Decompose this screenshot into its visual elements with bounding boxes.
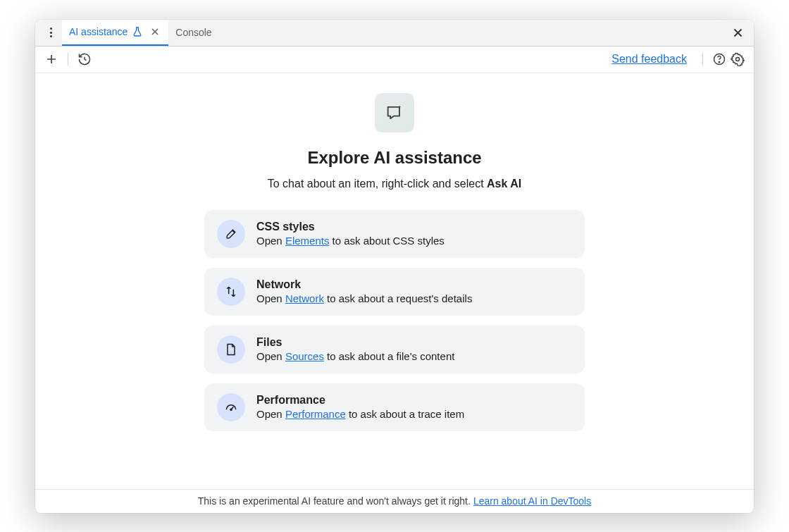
content-area: Explore AI assistance To chat about an i… <box>35 73 754 489</box>
page-title: Explore AI assistance <box>307 148 481 168</box>
help-button[interactable] <box>710 50 728 68</box>
svg-point-1 <box>719 62 719 63</box>
flask-icon <box>132 26 143 37</box>
link-sources[interactable]: Sources <box>285 350 324 362</box>
close-tab-icon[interactable] <box>149 25 161 38</box>
page-subtitle: To chat about an item, right-click and s… <box>268 178 521 190</box>
tab-ai-assistance[interactable]: AI assistance <box>62 20 168 46</box>
brush-icon <box>217 220 245 248</box>
card-title: Performance <box>256 394 464 407</box>
card-desc: Open Sources to ask about a file's conte… <box>256 350 454 362</box>
send-feedback-link[interactable]: Send feedback <box>611 53 687 66</box>
svg-point-2 <box>736 58 740 61</box>
card-desc: Open Performance to ask about a trace it… <box>256 408 464 420</box>
devtools-panel: AI assistance Console <box>35 20 754 513</box>
card-css-styles: CSS styles Open Elements to ask about CS… <box>204 210 585 258</box>
tab-label: Console <box>175 27 211 38</box>
learn-more-link[interactable]: Learn about AI in DevTools <box>473 495 591 507</box>
card-desc: Open Elements to ask about CSS styles <box>256 235 445 247</box>
history-button[interactable] <box>75 50 94 68</box>
card-title: Files <box>256 336 454 349</box>
link-elements[interactable]: Elements <box>285 235 330 247</box>
new-chat-button[interactable] <box>42 50 61 68</box>
toolbar: Send feedback <box>35 47 754 73</box>
gauge-icon <box>217 393 245 421</box>
divider <box>68 53 68 66</box>
tab-label: AI assistance <box>69 26 128 37</box>
file-icon <box>217 335 245 364</box>
card-desc: Open Network to ask about a request's de… <box>256 292 472 304</box>
card-files: Files Open Sources to ask about a file's… <box>204 326 585 373</box>
settings-button[interactable] <box>728 50 747 68</box>
divider <box>702 53 703 66</box>
close-panel-icon[interactable] <box>727 22 748 43</box>
tab-console[interactable]: Console <box>168 20 218 46</box>
svg-point-3 <box>230 409 232 410</box>
network-transfer-icon <box>217 278 245 306</box>
card-title: Network <box>256 278 472 291</box>
suggestion-cards: CSS styles Open Elements to ask about CS… <box>204 210 585 431</box>
tab-bar: AI assistance Console <box>35 20 754 47</box>
card-network: Network Open Network to ask about a requ… <box>204 268 585 316</box>
footer-disclaimer: This is an experimental AI feature and w… <box>35 489 754 513</box>
link-network[interactable]: Network <box>285 292 324 304</box>
link-performance[interactable]: Performance <box>285 408 346 420</box>
card-title: CSS styles <box>256 221 445 233</box>
kebab-menu-icon[interactable] <box>44 25 58 39</box>
card-performance: Performance Open Performance to ask abou… <box>204 383 585 431</box>
ai-sparkle-icon <box>375 93 414 132</box>
